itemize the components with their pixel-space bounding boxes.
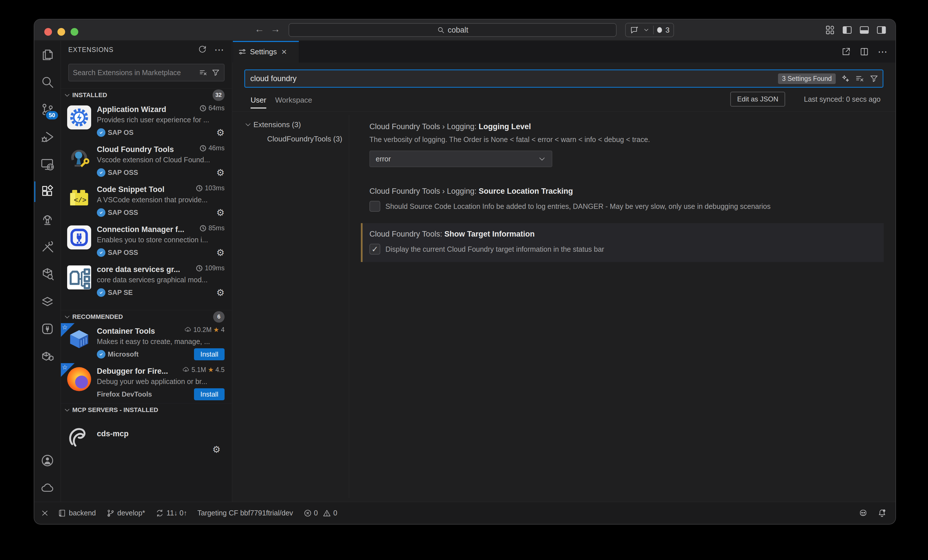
notifications-bell-icon[interactable] bbox=[877, 508, 887, 518]
extension-row-core-data-services[interactable]: core data services gr... 109ms core data… bbox=[61, 261, 232, 301]
forward-icon[interactable]: → bbox=[269, 23, 282, 35]
manage-gear-icon[interactable]: ⚙ bbox=[216, 168, 224, 177]
cloud-foundry-icon[interactable] bbox=[34, 205, 61, 233]
connection-manager-icon[interactable] bbox=[34, 315, 61, 343]
more-actions-icon[interactable]: ⋯ bbox=[214, 44, 224, 55]
mcp-server-row-cds-mcp[interactable]: cds-mcp ⚙ bbox=[61, 420, 232, 463]
section-installed[interactable]: INSTALLED 32 bbox=[61, 88, 232, 101]
filter-icon[interactable] bbox=[869, 74, 879, 83]
toc-divider bbox=[349, 115, 349, 498]
downloads-icon bbox=[182, 366, 190, 374]
clear-all-icon[interactable] bbox=[199, 68, 208, 77]
back-icon[interactable]: ← bbox=[253, 23, 266, 35]
manage-gear-icon[interactable]: ⚙ bbox=[212, 445, 221, 454]
edit-as-json-button[interactable]: Edit as JSON bbox=[730, 92, 785, 107]
manage-gear-icon[interactable]: ⚙ bbox=[216, 128, 224, 137]
section-mcp-servers[interactable]: MCP SERVERS - INSTALLED bbox=[61, 403, 232, 416]
repo-icon bbox=[58, 509, 66, 517]
install-button[interactable]: Install bbox=[194, 388, 224, 400]
manage-gear-icon[interactable]: ⚙ bbox=[216, 208, 224, 217]
package-plug-icon[interactable] bbox=[34, 343, 61, 370]
section-recommended[interactable]: RECOMMENDED 6 bbox=[61, 310, 232, 323]
verified-publisher-icon bbox=[97, 350, 105, 359]
close-window-button[interactable] bbox=[44, 28, 52, 36]
selected-value: error bbox=[376, 155, 391, 163]
show-target-information-checkbox[interactable]: ✓ bbox=[369, 244, 380, 255]
copilot-icon[interactable] bbox=[858, 508, 868, 518]
settings-search-input[interactable] bbox=[250, 74, 773, 83]
filter-icon[interactable] bbox=[211, 68, 220, 77]
toggle-panel-left-icon[interactable] bbox=[842, 24, 853, 35]
extension-row-code-snippet-tool[interactable]: </> Code Snippet Tool 103ms A VSCode ext… bbox=[61, 182, 232, 221]
extension-row-cloud-foundry-tools[interactable]: Cloud Foundry Tools 46ms Vscode extensio… bbox=[61, 142, 232, 182]
zoom-window-button[interactable] bbox=[70, 28, 78, 36]
toc-extensions[interactable]: Extensions (3) bbox=[244, 117, 346, 132]
layers-icon[interactable] bbox=[34, 288, 61, 315]
extension-name: Cloud Foundry Tools bbox=[97, 145, 196, 154]
sync-status-item[interactable]: 11↓ 0↑ bbox=[156, 509, 187, 517]
vscode-window: ← → cobalt 3 50 bbox=[34, 19, 896, 525]
cloud-settings-icon[interactable] bbox=[34, 474, 61, 502]
explorer-icon[interactable] bbox=[34, 41, 61, 68]
ai-search-sparkle-icon[interactable] bbox=[841, 74, 850, 83]
status-bar: backend develop* 11↓ 0↑ Targeting CF bbf… bbox=[34, 502, 896, 524]
repo-status-item[interactable]: backend bbox=[58, 509, 96, 517]
source-control-icon[interactable]: 50 bbox=[34, 96, 61, 123]
minimize-window-button[interactable] bbox=[57, 28, 65, 36]
section-label: MCP SERVERS - INSTALLED bbox=[72, 406, 224, 414]
problems-status-item[interactable]: 0 0 bbox=[304, 509, 337, 517]
source-location-tracking-checkbox[interactable]: ✓ bbox=[369, 201, 380, 212]
publisher-name: SAP OSS bbox=[108, 209, 214, 217]
account-icon[interactable] bbox=[34, 447, 61, 474]
toggle-panel-bottom-icon[interactable] bbox=[859, 24, 870, 35]
connection-manager-ext-icon bbox=[67, 226, 91, 249]
cf-target-status-item[interactable]: Targeting CF bbf7791ftrial/dev bbox=[197, 509, 293, 517]
sap-tools-icon[interactable] bbox=[34, 233, 61, 260]
close-tab-icon[interactable]: × bbox=[281, 47, 287, 57]
extension-description: Enables you to store connection i... bbox=[97, 236, 224, 247]
split-editor-icon[interactable] bbox=[859, 47, 869, 56]
remote-indicator[interactable] bbox=[41, 509, 49, 517]
more-actions-icon[interactable]: ⋯ bbox=[878, 46, 888, 57]
download-count: 10.2M bbox=[194, 326, 212, 334]
search-icon[interactable] bbox=[34, 68, 61, 96]
extension-row-connection-manager[interactable]: Connection Manager f... 85ms Enables you… bbox=[61, 221, 232, 261]
extension-description: core data services graphical mod... bbox=[97, 276, 224, 287]
verified-publisher-icon bbox=[97, 248, 105, 257]
remote-explorer-icon[interactable] bbox=[34, 151, 61, 178]
tab-settings[interactable]: Settings × bbox=[233, 41, 299, 63]
activation-time-icon bbox=[195, 264, 203, 272]
run-debug-icon[interactable] bbox=[34, 123, 61, 151]
tab-workspace[interactable]: Workspace bbox=[275, 96, 312, 105]
open-settings-json-icon[interactable] bbox=[841, 47, 851, 56]
clear-all-icon[interactable] bbox=[855, 74, 864, 83]
command-center-search[interactable]: cobalt bbox=[288, 23, 617, 37]
install-button[interactable]: Install bbox=[194, 348, 224, 360]
activation-time: 85ms bbox=[209, 224, 224, 232]
toggle-panel-right-icon[interactable] bbox=[876, 24, 887, 35]
setting-name: Show Target Information bbox=[444, 230, 534, 238]
manage-gear-icon[interactable]: ⚙ bbox=[216, 248, 224, 257]
customize-layout-icon[interactable] bbox=[824, 24, 835, 35]
extensions-search-input[interactable] bbox=[73, 69, 195, 77]
extension-description: A VSCode extension that provide... bbox=[97, 196, 224, 207]
extension-row-debugger-firefox[interactable]: ☆ Debugger for Fire... 5.1M ★4.5 Debug y… bbox=[61, 363, 232, 403]
extensions-icon[interactable] bbox=[34, 178, 61, 205]
tab-user[interactable]: User bbox=[250, 96, 266, 105]
scm-badge: 50 bbox=[45, 110, 59, 120]
star-icon: ★ bbox=[214, 326, 220, 334]
activity-bar: 50 bbox=[34, 41, 61, 502]
extension-row-application-wizard[interactable]: Application Wizard 64ms Provides rich us… bbox=[61, 101, 232, 142]
chat-control[interactable]: 3 bbox=[625, 23, 674, 37]
activation-time: 64ms bbox=[209, 104, 224, 112]
sync-icon bbox=[156, 509, 164, 517]
star-icon: ★ bbox=[208, 366, 214, 374]
extension-row-container-tools[interactable]: ☆ Container Tools 10.2M ★4 Makes it easy… bbox=[61, 323, 232, 363]
branch-status-item[interactable]: develop* bbox=[106, 509, 145, 517]
cube-search-icon[interactable] bbox=[34, 260, 61, 288]
manage-gear-icon[interactable]: ⚙ bbox=[216, 288, 224, 297]
refresh-icon[interactable] bbox=[198, 44, 207, 55]
search-icon bbox=[437, 26, 445, 34]
logging-level-select[interactable]: error bbox=[369, 151, 552, 167]
toc-cloudfoundrytools[interactable]: CloudFoundryTools (3) bbox=[244, 132, 346, 146]
